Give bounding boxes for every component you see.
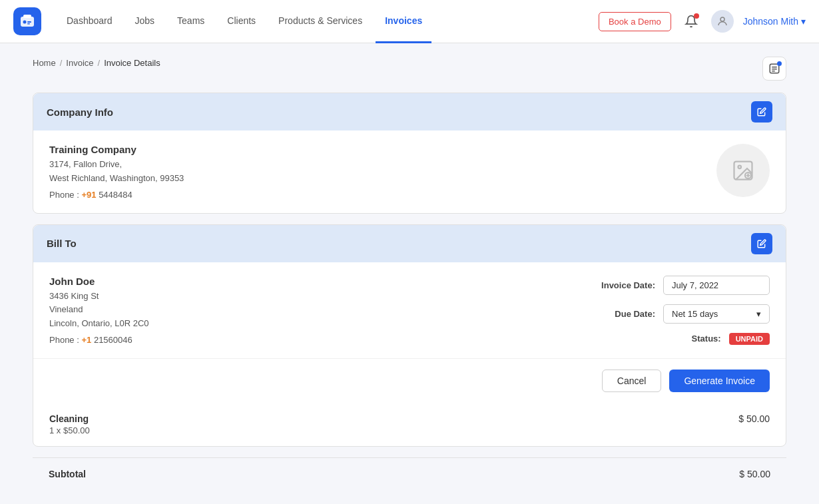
phone-number: 5448484	[99, 190, 133, 200]
item-price: $ 50.00	[738, 413, 770, 424]
navbar: Dashboard Jobs Teams Clients Products & …	[0, 0, 819, 43]
bill-to-header: Bill To	[33, 225, 786, 262]
user-name-display[interactable]: Johnson Mith ▾	[743, 16, 806, 27]
navbar-right: Book a Demo Johnson Mith ▾	[599, 10, 806, 33]
status-badge: Unpaid	[729, 333, 770, 345]
bill-address-line1: 3436 King St	[49, 290, 149, 304]
notes-badge	[777, 61, 782, 66]
due-date-label: Due Date:	[615, 309, 655, 319]
company-address-line1: 3174, Fallon Drive,	[49, 158, 184, 172]
due-date-select[interactable]: Net 15 days ▾	[663, 304, 770, 324]
invoice-date-input[interactable]: July 7, 2022	[663, 276, 770, 295]
actions-row: Cancel Generate Invoice	[33, 358, 786, 403]
company-info-header: Company Info	[33, 93, 786, 130]
line-item-left: Cleaning 1 x $50.00	[49, 413, 90, 435]
chevron-down-icon: ▾	[756, 309, 761, 319]
subtotal-value: $ 50.00	[739, 469, 770, 479]
bill-name: John Doe	[49, 276, 149, 287]
company-info-card: Company Info Training Company 3174, Fall…	[33, 93, 786, 214]
svg-point-2	[23, 21, 27, 24]
company-info-edit-button[interactable]	[751, 101, 772, 123]
company-info-body: Training Company 3174, Fallon Drive, Wes…	[33, 130, 786, 213]
breadcrumb-sep-1: /	[60, 58, 63, 68]
breadcrumb: Home / Invoice / Invoice Details	[33, 58, 160, 68]
bill-address-line3: Lincoln, Ontario, L0R 2C0	[49, 317, 149, 331]
bill-phone-label: Phone :	[49, 335, 79, 345]
company-logo-placeholder[interactable]	[716, 144, 770, 197]
bill-to-card: Bill To John Doe 3436 King St Vineland L…	[33, 224, 786, 447]
main-content: Home / Invoice / Invoice Details Company…	[17, 43, 802, 503]
header-icons	[762, 57, 786, 81]
svg-point-11	[738, 166, 742, 169]
book-demo-button[interactable]: Book a Demo	[599, 12, 671, 31]
breadcrumb-invoice[interactable]: Invoice	[66, 58, 93, 68]
avatar	[711, 10, 734, 33]
due-date-row: Due Date: Net 15 days ▾	[557, 304, 770, 324]
svg-rect-4	[27, 23, 30, 25]
svg-point-5	[720, 17, 724, 21]
nav-item-clients[interactable]: Clients	[218, 0, 265, 43]
app-logo[interactable]	[13, 7, 41, 35]
svg-rect-0	[21, 17, 34, 27]
notifications-bell[interactable]	[681, 11, 702, 32]
bill-phone-country: +1	[81, 335, 91, 345]
status-row: Status: Unpaid	[557, 333, 770, 345]
chevron-down-icon: ▾	[801, 16, 806, 27]
phone-label: Phone :	[49, 190, 79, 200]
bill-left: John Doe 3436 King St Vineland Lincoln, …	[49, 276, 149, 345]
notes-icon-button[interactable]	[762, 57, 786, 81]
company-details: Training Company 3174, Fallon Drive, Wes…	[49, 144, 184, 200]
nav-item-invoices[interactable]: Invoices	[376, 0, 431, 43]
bill-to-body: John Doe 3436 King St Vineland Lincoln, …	[33, 262, 786, 358]
nav-item-teams[interactable]: Teams	[168, 0, 214, 43]
bill-right: Invoice Date: July 7, 2022 Due Date: Net…	[557, 276, 770, 345]
phone-country-code: +91	[81, 190, 96, 200]
bill-to-edit-button[interactable]	[751, 233, 772, 254]
table-row: Cleaning 1 x $50.00 $ 50.00	[49, 413, 770, 435]
company-address-line2: West Richland, Washington, 99353	[49, 172, 184, 186]
nav-item-dashboard[interactable]: Dashboard	[57, 0, 122, 43]
nav-menu: Dashboard Jobs Teams Clients Products & …	[57, 0, 599, 43]
company-info-title: Company Info	[47, 107, 113, 118]
item-name: Cleaning	[49, 413, 90, 424]
company-section: Training Company 3174, Fallon Drive, Wes…	[49, 144, 770, 200]
status-label: Status:	[692, 334, 721, 344]
nav-item-jobs[interactable]: Jobs	[126, 0, 164, 43]
item-qty: 1 x $50.00	[49, 425, 90, 435]
svg-rect-3	[27, 21, 31, 23]
bill-phone: Phone : +1 21560046	[49, 335, 149, 345]
notification-dot	[694, 13, 699, 19]
bill-address-line2: Vineland	[49, 303, 149, 317]
header-bar: Home / Invoice / Invoice Details	[33, 57, 786, 81]
invoice-date-row: Invoice Date: July 7, 2022	[557, 276, 770, 295]
cancel-button[interactable]: Cancel	[602, 370, 662, 392]
svg-rect-1	[23, 15, 31, 18]
breadcrumb-home[interactable]: Home	[33, 58, 56, 68]
generate-invoice-button[interactable]: Generate Invoice	[669, 370, 770, 392]
due-date-value: Net 15 days	[672, 309, 718, 319]
invoice-date-label: Invoice Date:	[601, 280, 655, 290]
nav-item-products[interactable]: Products & Services	[269, 0, 372, 43]
line-items: Cleaning 1 x $50.00 $ 50.00	[33, 403, 786, 446]
subtotal-row: Subtotal $ 50.00	[33, 457, 786, 490]
company-name: Training Company	[49, 144, 184, 155]
breadcrumb-current: Invoice Details	[104, 58, 160, 68]
bill-section: John Doe 3436 King St Vineland Lincoln, …	[49, 276, 770, 345]
company-phone: Phone : +91 5448484	[49, 190, 184, 200]
breadcrumb-sep-2: /	[98, 58, 101, 68]
bill-to-title: Bill To	[47, 238, 77, 249]
subtotal-label: Subtotal	[49, 469, 86, 479]
bill-phone-number: 21560046	[94, 335, 133, 345]
